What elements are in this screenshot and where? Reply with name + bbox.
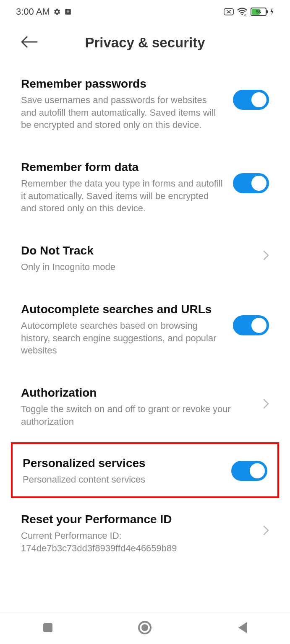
setting-desc: Autocomplete searches based on browsing … (21, 319, 225, 357)
svg-rect-3 (43, 623, 52, 632)
status-left: 3:00 AM (16, 6, 72, 17)
upload-icon (64, 8, 72, 16)
chevron-right-icon (263, 399, 269, 410)
setting-remember-form-data[interactable]: Remember form data Remember the data you… (21, 146, 269, 229)
setting-title: Autocomplete searches and URLs (21, 303, 225, 316)
setting-title: Authorization (21, 386, 255, 400)
setting-title: Reset your Performance ID (21, 513, 255, 526)
chevron-right-icon (263, 525, 269, 537)
circle-icon (138, 621, 152, 635)
setting-title: Remember form data (21, 161, 225, 174)
arrow-left-icon (20, 36, 38, 48)
charging-icon (270, 8, 274, 16)
setting-title: Personalized services (23, 457, 223, 470)
setting-reset-performance-id[interactable]: Reset your Performance ID Current Perfor… (21, 498, 269, 569)
toggle-personalized-services[interactable] (231, 461, 267, 481)
square-icon (42, 622, 53, 633)
header: Privacy & security (0, 23, 290, 62)
mute-icon (224, 8, 234, 16)
setting-desc: Only in Incognito mode (21, 261, 255, 273)
back-nav-button[interactable] (237, 621, 248, 636)
setting-remember-passwords[interactable]: Remember passwords Save usernames and pa… (21, 62, 269, 146)
navigation-bar (0, 613, 290, 644)
setting-desc: Toggle the switch on and off to grant or… (21, 403, 255, 428)
status-bar: 3:00 AM 6 56 (0, 0, 290, 23)
back-button[interactable] (20, 36, 38, 50)
setting-personalized-services[interactable]: Personalized services Personalized conte… (23, 457, 267, 486)
settings-list: Remember passwords Save usernames and pa… (0, 62, 290, 569)
setting-title: Do Not Track (21, 244, 255, 257)
toggle-remember-passwords[interactable] (233, 90, 269, 110)
page-title: Privacy & security (21, 35, 269, 51)
battery-icon: 56 (251, 8, 266, 16)
setting-authorization[interactable]: Authorization Toggle the switch on and o… (21, 371, 269, 442)
chevron-right-icon (263, 250, 269, 262)
svg-point-5 (141, 624, 148, 631)
setting-desc: Save usernames and passwords for website… (21, 94, 225, 131)
toggle-autocomplete[interactable] (233, 315, 269, 335)
wifi-icon: 6 (237, 8, 247, 16)
highlighted-box: Personalized services Personalized conte… (11, 442, 279, 498)
setting-do-not-track[interactable]: Do Not Track Only in Incognito mode (21, 229, 269, 288)
triangle-left-icon (237, 621, 248, 634)
settings-icon (53, 8, 61, 16)
setting-desc: Remember the data you type in forms and … (21, 177, 225, 215)
setting-desc: Current Performance ID: 174de7b3c73dd3f8… (21, 530, 255, 554)
setting-title: Remember passwords (21, 77, 225, 91)
setting-desc: Personalized content services (23, 473, 223, 486)
recent-apps-button[interactable] (42, 622, 53, 635)
setting-autocomplete[interactable]: Autocomplete searches and URLs Autocompl… (21, 288, 269, 371)
status-right: 6 56 (224, 8, 274, 16)
home-button[interactable] (138, 621, 152, 636)
svg-text:6: 6 (244, 13, 246, 16)
status-time: 3:00 AM (16, 6, 50, 17)
toggle-remember-form-data[interactable] (233, 173, 269, 193)
